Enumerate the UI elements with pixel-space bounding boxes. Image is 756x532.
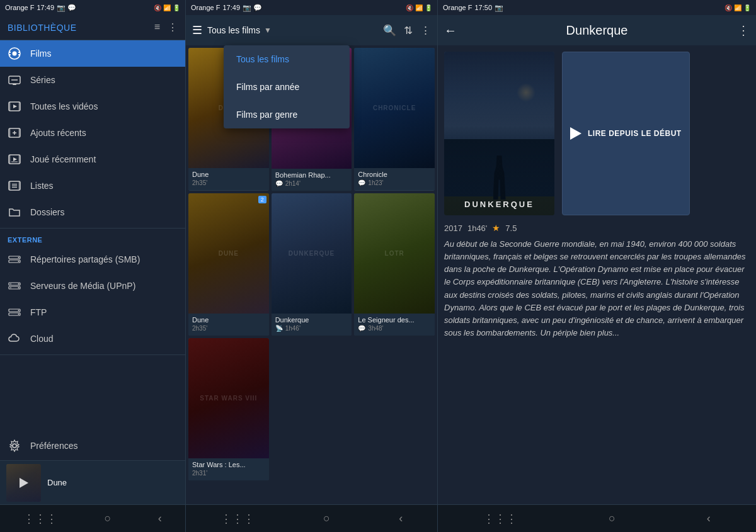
films-label: Films	[30, 48, 51, 59]
back-button[interactable]: ←	[444, 23, 457, 38]
svg-marker-10	[13, 105, 17, 108]
play-btn-label: LIRE DEPUIS LE DÉBUT	[588, 129, 682, 138]
nav3-back-btn[interactable]: ‹	[697, 507, 721, 530]
more-icon[interactable]: ⋮	[168, 21, 178, 33]
wifi3-icon: 📶	[734, 4, 742, 11]
nav-series[interactable]: Séries	[0, 67, 185, 93]
nav-back-btn[interactable]: ‹	[148, 507, 172, 530]
search-icon[interactable]: 🔍	[383, 24, 396, 37]
battery3-icon: 🔋	[743, 4, 751, 11]
more2-icon[interactable]: ⋮	[420, 24, 431, 37]
detail-top-section: DUNKERQUE LIRE DEPUIS LE DÉBUT	[444, 52, 750, 215]
ajouts-label: Ajouts récents	[30, 128, 86, 138]
nav-ftp[interactable]: FTP	[0, 299, 185, 325]
divider-pref	[0, 354, 185, 355]
movie-card-lotr[interactable]: LOTR Le Seigneur des... 💬 3h48'	[354, 193, 435, 336]
nav3-home-btn[interactable]: ○	[598, 507, 626, 530]
external-section-label: Externe	[0, 231, 185, 246]
movie-title-dune1: Dune	[192, 171, 265, 178]
nav2-back-btn[interactable]: ‹	[389, 507, 413, 530]
nav-smb[interactable]: Répertoires partagés (SMB)	[0, 246, 185, 273]
nav2-menu-btn[interactable]: ⋮⋮⋮	[210, 507, 265, 531]
wifi-icon: 📶	[163, 4, 171, 11]
movie-year: 2017	[444, 224, 462, 233]
movie-info-chronicle: Chronicle 💬 1h23'	[354, 168, 435, 190]
nav-upnp[interactable]: Serveurs de Média (UPnP)	[0, 273, 185, 299]
nav-listes[interactable]: Listes	[0, 173, 185, 199]
time3-label: 17:50	[474, 4, 492, 11]
movie-title-lotr: Le Seigneur des...	[358, 316, 431, 324]
filter-icon[interactable]: ≡	[154, 21, 160, 33]
star-icon: ★	[492, 223, 500, 233]
preferences-item[interactable]: Préférences	[0, 431, 185, 460]
poster-title-text: DUNKERQUE	[444, 200, 554, 209]
nav-toutes[interactable]: Toutes les vidéos	[0, 93, 185, 120]
movie-card-chronicle[interactable]: CHRONICLE Chronicle 💬 1h23'	[354, 48, 435, 191]
nav-dossiers[interactable]: Dossiers	[0, 199, 185, 225]
now-playing-play-overlay	[6, 464, 41, 502]
movie-poster-lotr: LOTR	[354, 193, 435, 314]
icons3: 📷	[495, 4, 503, 12]
detail-movie-title: Dunkerque	[462, 23, 732, 38]
movie-title-dunkerque: Dunkerque	[275, 316, 348, 324]
detail-more-btn[interactable]: ⋮	[737, 23, 750, 38]
movie-meta-starwars: 2h31'	[192, 470, 265, 477]
ajouts-icon	[8, 126, 21, 140]
nav-home-btn[interactable]: ○	[94, 507, 122, 530]
movie-card-dune2[interactable]: DUNE 2 Dune 2h35'	[188, 193, 269, 336]
dropdown-arrow-icon: ▼	[264, 26, 272, 35]
nav3-menu-btn[interactable]: ⋮⋮⋮	[473, 507, 527, 531]
preferences-label: Préférences	[30, 441, 77, 451]
duration-chronicle: 1h23'	[368, 179, 383, 186]
hamburger-icon[interactable]: ☰	[192, 23, 202, 37]
movie-info-bohemian: Bohemian Rhap... 💬 2h14'	[272, 169, 352, 191]
svg-point-42	[18, 314, 20, 315]
play-from-start-btn[interactable]: LIRE DEPUIS LE DÉBUT	[562, 52, 690, 215]
movie-card-dunkerque[interactable]: DUNKERQUE Dunkerque 📡 1h46'	[272, 193, 352, 336]
dropdown-all-films[interactable]: Tous les films	[224, 45, 350, 73]
detail-panel: Orange F 17:50 📷 🔇 📶 🔋 ← Dunkerque ⋮	[438, 0, 756, 532]
svg-rect-20	[19, 155, 21, 164]
movie-meta-dune2: 2h35'	[192, 325, 265, 332]
sort-icon[interactable]: ⇅	[404, 24, 413, 37]
poster-bg-dunkerque: DUNKERQUE	[272, 193, 352, 314]
duration-dune2: 2h35'	[192, 325, 207, 332]
subtitle-icon-bohemian: 💬	[275, 180, 283, 187]
films-year-label: Films par année	[236, 82, 299, 92]
svg-rect-7	[13, 84, 16, 85]
movie-card-starwars[interactable]: STAR WARS VIII Star Wars : Les... 2h31'	[188, 338, 269, 480]
poster-text-dunkerque: DUNKERQUE	[286, 247, 337, 259]
dropdown-films-genre[interactable]: Films par genre	[224, 101, 350, 128]
status-bar3-left: Orange F 17:50 📷	[443, 4, 503, 12]
svg-point-41	[18, 310, 20, 311]
ftp-icon	[8, 305, 21, 319]
nav-menu-btn[interactable]: ⋮⋮⋮	[13, 507, 67, 531]
movies-panel: Orange F 17:49 📷 💬 🔇 📶 🔋 ☰ Tous les film…	[186, 0, 438, 532]
movie-title-bohemian: Bohemian Rhap...	[275, 171, 348, 179]
duration-dunkerque: 1h46'	[285, 325, 301, 332]
nav2-home-btn[interactable]: ○	[313, 507, 340, 530]
nav-films[interactable]: Films	[0, 40, 185, 67]
dropdown-films-year[interactable]: Films par année	[224, 73, 350, 101]
now-playing-bar[interactable]: Dune	[0, 460, 185, 504]
header-icons: ≡ ⋮	[154, 21, 178, 33]
ftp-label: FTP	[30, 307, 47, 317]
movie-meta-dune1: 2h35'	[192, 179, 265, 186]
panel2-toolbar: ☰ Tous les films ▼ 🔍 ⇅ ⋮	[186, 15, 437, 45]
toutes-icon	[8, 99, 21, 113]
toolbar-icons: 🔍 ⇅ ⋮	[383, 24, 431, 37]
status-bar-panel3: Orange F 17:50 📷 🔇 📶 🔋	[438, 0, 756, 15]
svg-point-31	[18, 257, 20, 258]
svg-point-32	[18, 261, 20, 262]
nav-cloud[interactable]: Cloud	[0, 325, 185, 352]
nav-joue[interactable]: Joué récemment	[0, 146, 185, 173]
detail-meta-row: 2017 1h46' ★ 7.5	[444, 223, 750, 233]
svg-rect-14	[9, 128, 11, 137]
signal-icons: 📷 💬	[57, 4, 76, 12]
listes-icon	[8, 179, 21, 193]
svg-rect-4	[18, 52, 20, 53]
films-genre-label: Films par genre	[236, 110, 297, 120]
icons2: 📷 💬	[243, 4, 262, 12]
filter-dropdown-btn[interactable]: Tous les films ▼	[207, 25, 378, 35]
nav-ajouts[interactable]: Ajouts récents	[0, 120, 185, 146]
